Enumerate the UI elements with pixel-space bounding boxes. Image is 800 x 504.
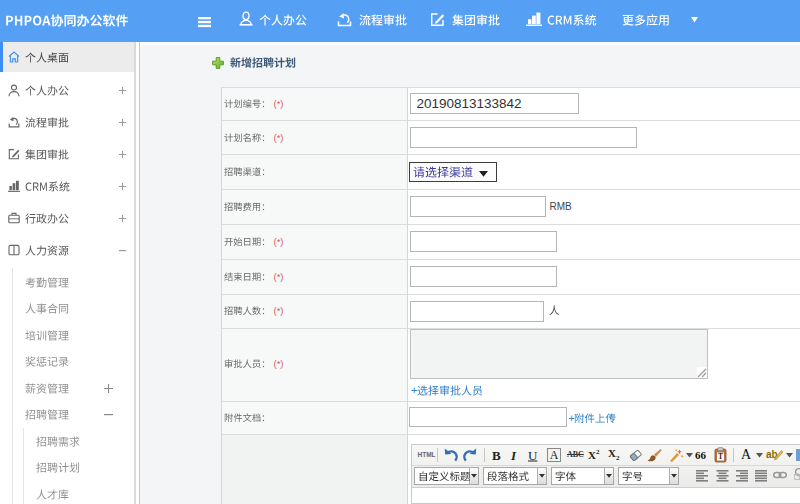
svg-text:T: T [718, 452, 723, 461]
